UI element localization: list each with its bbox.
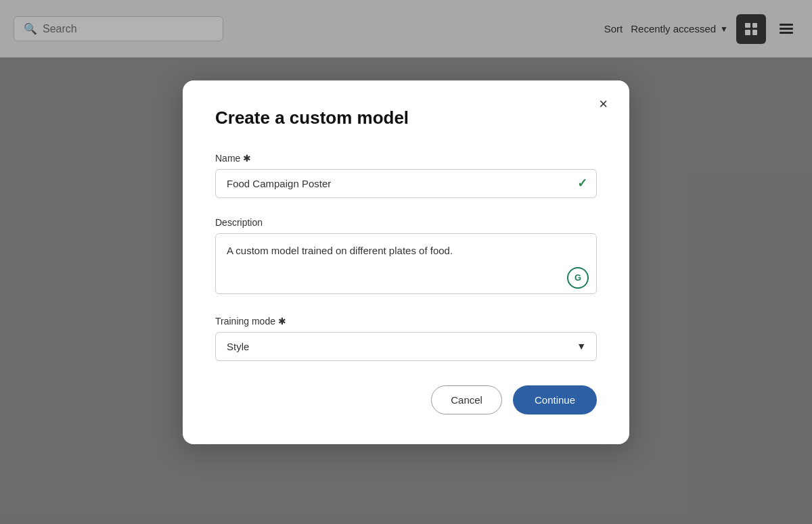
name-required-marker: ✱ xyxy=(243,153,251,164)
training-mode-select-wrapper: Style Subject Layout ▼ xyxy=(215,332,597,361)
description-input-wrapper: A custom model trained on different plat… xyxy=(215,233,597,297)
modal-close-button[interactable]: × xyxy=(593,94,613,114)
grammarly-icon[interactable]: G xyxy=(567,267,589,289)
cancel-button[interactable]: Cancel xyxy=(431,385,502,414)
checkmark-icon: ✓ xyxy=(577,176,587,191)
training-mode-required-marker: ✱ xyxy=(278,316,286,327)
modal-dialog: × Create a custom model Name ✱ ✓ Descrip… xyxy=(183,80,629,444)
modal-overlay: × Create a custom model Name ✱ ✓ Descrip… xyxy=(0,0,812,524)
name-label: Name ✱ xyxy=(215,153,597,164)
modal-footer: Cancel Continue xyxy=(215,385,597,414)
training-mode-field-group: Training mode ✱ Style Subject Layout ▼ xyxy=(215,316,597,361)
name-field-group: Name ✱ ✓ xyxy=(215,153,597,198)
modal-title: Create a custom model xyxy=(215,108,597,128)
description-field-group: Description A custom model trained on di… xyxy=(215,217,597,297)
continue-button[interactable]: Continue xyxy=(513,385,597,414)
name-input-wrapper: ✓ xyxy=(215,169,597,198)
training-mode-select[interactable]: Style Subject Layout xyxy=(215,332,597,361)
description-label: Description xyxy=(215,217,597,228)
name-input[interactable] xyxy=(215,169,597,198)
training-mode-label: Training mode ✱ xyxy=(215,316,597,327)
description-textarea[interactable]: A custom model trained on different plat… xyxy=(215,233,597,294)
